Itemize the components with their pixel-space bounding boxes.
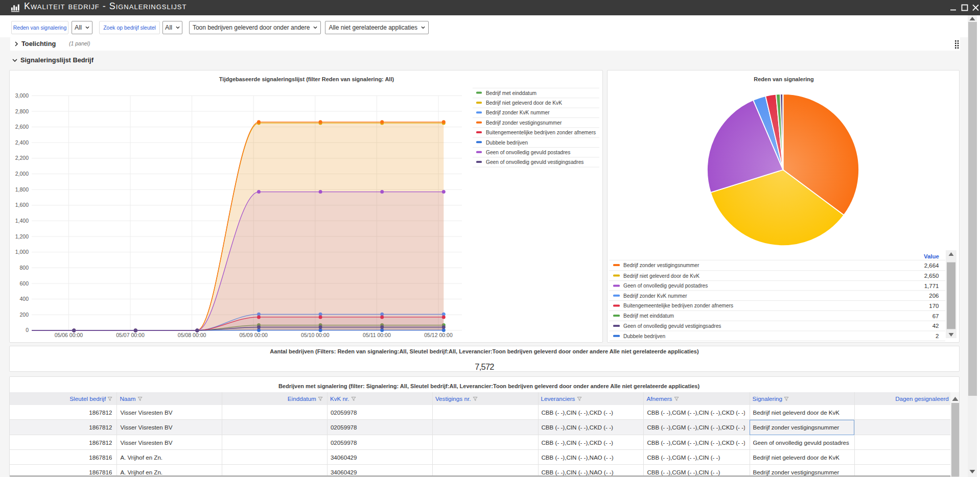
svg-text:05/11 00:00: 05/11 00:00 bbox=[363, 331, 391, 338]
svg-text:3,000: 3,000 bbox=[15, 92, 29, 98]
svg-text:1,400: 1,400 bbox=[15, 217, 29, 223]
svg-text:2,664: 2,664 bbox=[924, 262, 939, 268]
svg-text:Geen of onvolledig gevuld post: Geen of onvolledig gevuld postadres bbox=[623, 283, 708, 289]
svg-text:Buitengemeentelijke bedrijven: Buitengemeentelijke bedrijven zonder afn… bbox=[486, 130, 596, 135]
svg-text:2,800: 2,800 bbox=[15, 108, 29, 114]
svg-text:2,200: 2,200 bbox=[15, 155, 29, 161]
svg-text:05/09 00:00: 05/09 00:00 bbox=[239, 331, 268, 338]
svg-text:170: 170 bbox=[929, 302, 939, 308]
svg-text:206: 206 bbox=[929, 293, 939, 299]
svg-text:Buitengemeentelijke bedrijven: Buitengemeentelijke bedrijven zonder afn… bbox=[623, 303, 733, 308]
svg-text:2,400: 2,400 bbox=[15, 139, 29, 145]
svg-text:05/08 00:00: 05/08 00:00 bbox=[178, 331, 206, 338]
svg-text:Geen of onvolledig gevuld post: Geen of onvolledig gevuld postadres bbox=[486, 149, 570, 155]
svg-text:42: 42 bbox=[932, 323, 939, 329]
svg-text:Dubbele bedrijven: Dubbele bedrijven bbox=[486, 139, 528, 145]
svg-text:2,000: 2,000 bbox=[15, 171, 29, 177]
svg-text:Bedrijf zonder vestigingsnumme: Bedrijf zonder vestigingsnummer bbox=[486, 120, 562, 125]
svg-text:0: 0 bbox=[26, 327, 29, 333]
svg-text:Geen of onvolledig gevuld vest: Geen of onvolledig gevuld vestigingsadre… bbox=[623, 323, 721, 329]
svg-text:Value: Value bbox=[924, 253, 939, 259]
svg-text:05/06 00:00: 05/06 00:00 bbox=[55, 331, 83, 338]
svg-text:Bedrijf met einddatum: Bedrijf met einddatum bbox=[486, 90, 536, 96]
svg-text:2,650: 2,650 bbox=[924, 272, 939, 278]
svg-text:Reden van signalering: Reden van signalering bbox=[754, 76, 813, 82]
svg-text:2,600: 2,600 bbox=[15, 124, 29, 130]
svg-text:2: 2 bbox=[936, 333, 939, 339]
svg-text:Dubbele bedrijven: Dubbele bedrijven bbox=[623, 333, 665, 339]
svg-text:1,000: 1,000 bbox=[15, 249, 29, 255]
svg-text:05/10 00:00: 05/10 00:00 bbox=[301, 331, 330, 338]
svg-text:600: 600 bbox=[19, 280, 29, 286]
svg-text:Bedrijf niet geleverd door de: Bedrijf niet geleverd door de KvK bbox=[486, 100, 562, 106]
svg-text:1,600: 1,600 bbox=[15, 202, 29, 208]
svg-text:Tijdgebaseerde signaleringslij: Tijdgebaseerde signaleringslijst (filter… bbox=[219, 76, 394, 82]
svg-text:1,800: 1,800 bbox=[15, 186, 29, 192]
svg-text:05/07 00:00: 05/07 00:00 bbox=[116, 331, 145, 338]
svg-text:1,771: 1,771 bbox=[924, 282, 939, 289]
svg-text:Geen of onvolledig gevuld vest: Geen of onvolledig gevuld vestigingsadre… bbox=[486, 159, 584, 165]
svg-text:Bedrijf zonder vestigingsnumme: Bedrijf zonder vestigingsnummer bbox=[623, 263, 699, 268]
svg-text:400: 400 bbox=[19, 296, 29, 302]
svg-text:800: 800 bbox=[19, 264, 29, 270]
svg-text:Bedrijf met einddatum: Bedrijf met einddatum bbox=[623, 313, 674, 319]
svg-text:1,200: 1,200 bbox=[15, 233, 29, 239]
svg-text:05/12 00:00: 05/12 00:00 bbox=[424, 331, 453, 338]
svg-text:Bedrijf niet geleverd door de: Bedrijf niet geleverd door de KvK bbox=[623, 273, 699, 278]
svg-text:200: 200 bbox=[19, 311, 29, 317]
svg-text:67: 67 bbox=[932, 313, 939, 319]
svg-text:Bedrijf zonder KvK nummer: Bedrijf zonder KvK nummer bbox=[623, 293, 687, 298]
svg-text:Bedrijf zonder KvK nummer: Bedrijf zonder KvK nummer bbox=[486, 110, 550, 115]
